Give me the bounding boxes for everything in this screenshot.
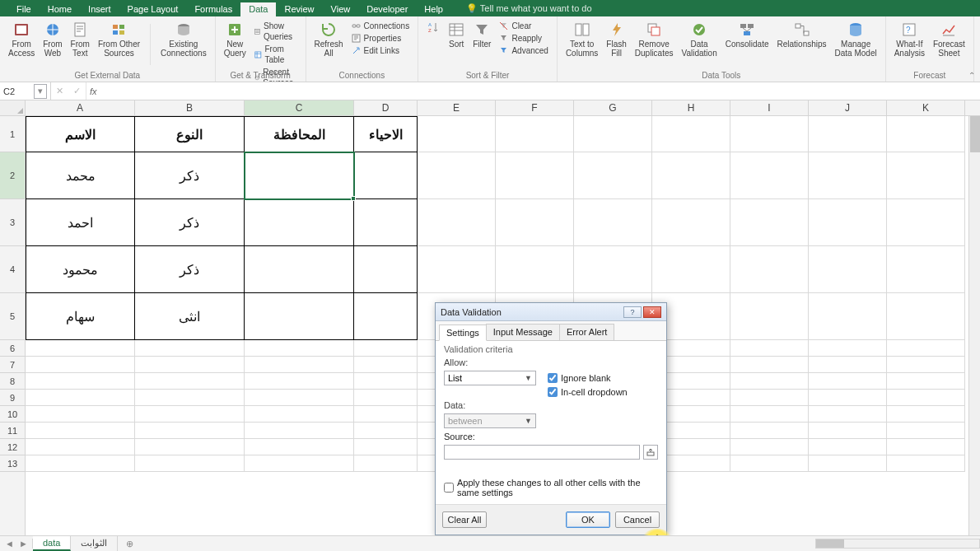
ribbon-collapse-button[interactable]: ⌃ <box>968 71 975 80</box>
cell-b9[interactable] <box>135 390 245 406</box>
advanced-filter-button[interactable]: Advanced <box>497 44 549 57</box>
cancel-formula-button[interactable]: ✕ <box>51 86 68 96</box>
cell-c10[interactable] <box>245 406 354 423</box>
cell-d5[interactable] <box>354 293 418 340</box>
apply-all-input[interactable] <box>444 483 454 493</box>
row-header-2[interactable]: 2 <box>0 152 25 199</box>
cell-a11[interactable] <box>26 423 135 439</box>
vertical-scroll-thumb[interactable] <box>970 116 980 152</box>
cell-k11[interactable] <box>887 423 965 439</box>
cell-i2[interactable] <box>730 152 809 199</box>
cell-d2[interactable] <box>354 152 418 199</box>
cell-a10[interactable] <box>26 406 135 423</box>
apply-all-checkbox[interactable]: Apply these changes to all other cells w… <box>444 478 658 497</box>
tab-developer[interactable]: Developer <box>358 2 416 16</box>
sort-button[interactable]: Sort <box>446 20 466 51</box>
cell-d1[interactable]: الاحياء <box>354 116 418 152</box>
cell-b2[interactable]: ذكر <box>135 152 245 199</box>
cell-j13[interactable] <box>809 455 887 472</box>
data-model-button[interactable]: Manage Data Model <box>833 20 879 59</box>
whatif-button[interactable]: ?What-If Analysis <box>893 20 926 59</box>
cell-k6[interactable] <box>887 340 965 357</box>
col-header-g[interactable]: G <box>574 100 652 115</box>
horizontal-scroll-thumb[interactable] <box>816 539 844 548</box>
cell-c4[interactable] <box>245 246 354 293</box>
cell-i12[interactable] <box>730 439 809 455</box>
cell-d12[interactable] <box>354 439 418 455</box>
tab-page-layout[interactable]: Page Layout <box>119 2 187 16</box>
row-header-12[interactable]: 12 <box>0 439 25 455</box>
cell-i11[interactable] <box>730 423 809 439</box>
cell-b6[interactable] <box>135 340 245 357</box>
cell-j9[interactable] <box>809 390 887 406</box>
cell-j3[interactable] <box>809 199 887 246</box>
name-box[interactable]: C2▾ <box>0 82 51 100</box>
dialog-titlebar[interactable]: Data Validation ? ✕ <box>436 303 666 321</box>
cell-a4[interactable]: محمود <box>26 246 135 293</box>
forecast-sheet-button[interactable]: Forecast Sheet <box>931 20 967 59</box>
cell-j8[interactable] <box>809 373 887 390</box>
clear-all-button[interactable]: Clear All <box>442 511 487 528</box>
remove-duplicates-button[interactable]: Remove Duplicates <box>633 20 675 59</box>
cell-c13[interactable] <box>245 455 354 472</box>
cell-e2[interactable] <box>418 152 496 199</box>
cell-i5[interactable] <box>730 293 809 340</box>
cell-k2[interactable] <box>887 152 965 199</box>
cell-c2[interactable] <box>245 152 354 199</box>
cell-b12[interactable] <box>135 439 245 455</box>
select-all-button[interactable] <box>0 100 26 115</box>
sort-az-button[interactable]: AZ <box>425 20 441 35</box>
dialog-close-button[interactable]: ✕ <box>643 306 661 318</box>
cell-j11[interactable] <box>809 423 887 439</box>
cell-k3[interactable] <box>887 199 965 246</box>
cell-f4[interactable] <box>496 246 574 293</box>
col-header-k[interactable]: K <box>887 100 965 115</box>
cell-f3[interactable] <box>496 199 574 246</box>
cell-b8[interactable] <box>135 373 245 390</box>
col-header-e[interactable]: E <box>418 100 496 115</box>
cell-e3[interactable] <box>418 199 496 246</box>
cell-b4[interactable]: ذكر <box>135 246 245 293</box>
row-header-6[interactable]: 6 <box>0 340 25 357</box>
cell-g2[interactable] <box>574 152 652 199</box>
cell-b7[interactable] <box>135 357 245 373</box>
cell-j1[interactable] <box>809 116 887 152</box>
cell-d10[interactable] <box>354 406 418 423</box>
dialog-tab-settings[interactable]: Settings <box>439 325 487 341</box>
dialog-tab-input-message[interactable]: Input Message <box>486 324 560 340</box>
cell-b11[interactable] <box>135 423 245 439</box>
cell-a2[interactable]: محمد <box>26 152 135 199</box>
cell-k9[interactable] <box>887 390 965 406</box>
cell-b3[interactable]: ذكر <box>135 199 245 246</box>
connections-button[interactable]: Connections <box>350 20 412 32</box>
cell-d13[interactable] <box>354 455 418 472</box>
cell-c8[interactable] <box>245 373 354 390</box>
cell-b10[interactable] <box>135 406 245 423</box>
cell-h2[interactable] <box>652 152 730 199</box>
dialog-tab-error-alert[interactable]: Error Alert <box>559 324 615 340</box>
refresh-all-button[interactable]: Refresh All <box>313 20 345 59</box>
tab-help[interactable]: Help <box>416 2 451 16</box>
row-header-5[interactable]: 5 <box>0 293 25 340</box>
tab-view[interactable]: View <box>323 2 359 16</box>
flash-fill-button[interactable]: Flash Fill <box>604 20 628 59</box>
tab-home[interactable]: Home <box>40 2 80 16</box>
cell-a6[interactable] <box>26 340 135 357</box>
cell-h4[interactable] <box>652 246 730 293</box>
tab-file[interactable]: File <box>8 2 40 16</box>
source-input[interactable] <box>444 445 640 460</box>
cell-i9[interactable] <box>730 390 809 406</box>
relationships-button[interactable]: Relationships <box>776 20 828 51</box>
cell-k12[interactable] <box>887 439 965 455</box>
cell-a1[interactable]: الاسم <box>26 116 135 152</box>
cell-i7[interactable] <box>730 357 809 373</box>
incell-dropdown-input[interactable] <box>548 387 558 397</box>
cell-g3[interactable] <box>574 199 652 246</box>
cell-g1[interactable] <box>574 116 652 152</box>
cell-a7[interactable] <box>26 357 135 373</box>
cell-k1[interactable] <box>887 116 965 152</box>
from-text-button[interactable]: From Text <box>69 20 91 59</box>
cell-j4[interactable] <box>809 246 887 293</box>
cell-g4[interactable] <box>574 246 652 293</box>
from-other-sources-button[interactable]: From Other Sources <box>96 20 142 59</box>
